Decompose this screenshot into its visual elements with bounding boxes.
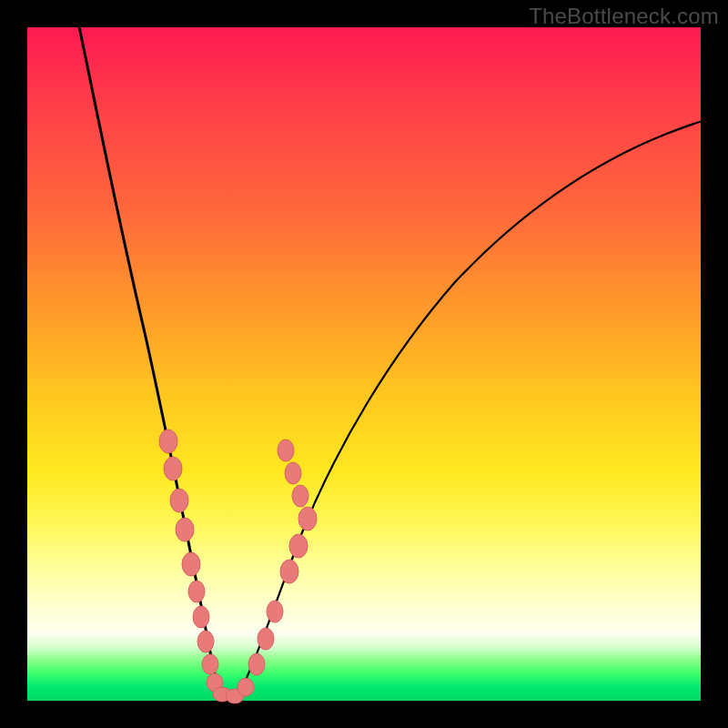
bead <box>193 606 209 628</box>
bead <box>182 552 200 576</box>
bead <box>238 678 254 696</box>
bead <box>278 440 294 461</box>
bead <box>289 534 308 558</box>
plot-area <box>27 27 701 701</box>
bead <box>164 457 182 480</box>
bead <box>159 430 177 453</box>
bead <box>292 485 308 507</box>
bead <box>188 581 205 602</box>
bead <box>258 628 274 650</box>
bead <box>176 518 194 541</box>
bead <box>280 560 298 583</box>
chart-frame: TheBottleneck.com <box>0 0 728 728</box>
watermark-text: TheBottleneck.com <box>529 4 719 29</box>
bead <box>197 631 214 652</box>
right-arm-curve <box>237 120 705 699</box>
bead <box>298 507 317 531</box>
bead <box>267 601 283 622</box>
curve-layer <box>27 27 701 701</box>
bead <box>170 489 188 512</box>
bead-cluster <box>159 430 317 703</box>
bead <box>202 654 218 674</box>
bead <box>285 462 301 484</box>
bead <box>248 653 265 675</box>
